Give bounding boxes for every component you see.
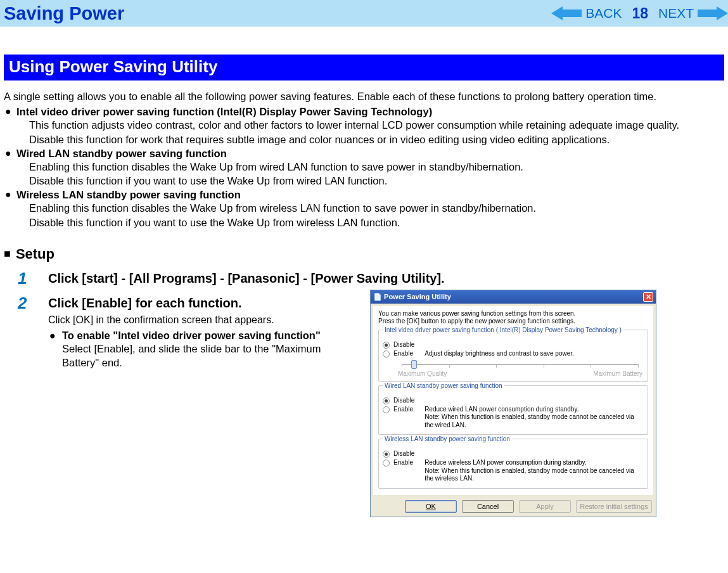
back-button[interactable]: BACK [582, 6, 625, 21]
step-2: 2 Click [Enable] for each function. Clic… [4, 293, 359, 370]
setup-heading-text: Setup [16, 246, 54, 262]
next-arrow-icon[interactable] [698, 6, 728, 20]
step-bullet-description: Select [Enable], and slide the slide bar… [62, 342, 359, 370]
bullet-heading: Wired LAN standby power saving function [16, 148, 227, 159]
bullet-item: ● Intel video driver power saving functi… [4, 106, 724, 118]
slider-thumb-icon[interactable] [411, 360, 417, 369]
page-title: Saving Power [4, 3, 124, 24]
svg-marker-1 [698, 6, 728, 20]
bullet-description: Disable this function for work that requ… [4, 132, 724, 146]
bullet-item: ● Wireless LAN standby power saving func… [4, 189, 724, 201]
radio-disable[interactable]: Disable [383, 397, 644, 404]
radio-icon [383, 406, 390, 413]
radio-label: Disable [393, 397, 414, 404]
slider-label-right: Maximum Battery [593, 370, 642, 377]
step-number: 2 [4, 293, 48, 370]
restore-button[interactable]: Restore initial settings [576, 500, 652, 513]
bullet-description: Disable this function if you want to use… [4, 216, 724, 229]
radio-description: Reduce wired LAN power consumption durin… [425, 406, 644, 414]
brightness-slider[interactable] [402, 360, 639, 369]
radio-enable[interactable]: Enable Reduce wireless LAN power consump… [383, 459, 644, 483]
bullet-description: Enabling this function disables the Wake… [4, 201, 724, 215]
radio-enable[interactable]: Enable Reduce wired LAN power consumptio… [383, 406, 644, 430]
dialog-button-bar: OK Cancel Apply Restore initial settings [371, 498, 656, 517]
dialog-group-intel-video: Intel video driver power saving function… [378, 330, 648, 382]
radio-enable[interactable]: Enable Adjust display brightness and con… [383, 350, 644, 357]
radio-icon [383, 342, 390, 349]
radio-label: Enable [393, 459, 413, 466]
radio-icon [383, 351, 390, 357]
bullet-heading: Wireless LAN standby power saving functi… [16, 189, 241, 200]
section-heading: Using Power Saving Utility [4, 55, 724, 80]
dialog-intro-line: You can make various power saving functi… [378, 310, 648, 318]
radio-description: Adjust display brightness and contrast t… [425, 350, 574, 357]
bullet-description: Disable this function if you want to use… [4, 174, 724, 188]
radio-note: Note: When this function is enabled, sta… [425, 467, 644, 483]
radio-label: Disable [393, 341, 414, 348]
dialog-title-text: 📄 Power Saving Utility [373, 293, 451, 301]
bullet-description: This function adjusts video contrast, co… [4, 118, 724, 132]
brightness-slider-area: Maximum Quality Maximum Battery [397, 360, 644, 377]
group-title: Wireless LAN standby power saving functi… [383, 435, 512, 442]
dialog-group-wireless-lan: Wireless LAN standby power saving functi… [378, 439, 648, 489]
bullet-description: Enabling this function disables the Wake… [4, 160, 724, 174]
step-subtext: Click [OK] in the confirmation screen th… [48, 314, 359, 326]
dialog-body: You can make various power saving functi… [373, 306, 653, 495]
step-1: 1 Click [start] - [All Programs] - [Pana… [4, 269, 724, 290]
group-title: Intel video driver power saving function… [383, 326, 623, 333]
intro-paragraph: A single setting allows you to enable al… [4, 89, 724, 103]
bullet-icon: ● [48, 330, 62, 370]
dialog-intro: You can make various power saving functi… [378, 310, 648, 326]
radio-note: Note: When this function is enabled, sta… [425, 413, 644, 429]
apply-button[interactable]: Apply [519, 500, 571, 513]
step-bullet: ● To enable "Intel video driver power sa… [48, 330, 359, 370]
next-button[interactable]: NEXT [655, 6, 698, 21]
power-saving-utility-dialog: 📄 Power Saving Utility ✕ You can make va… [370, 290, 656, 517]
ok-button[interactable]: OK [405, 500, 457, 513]
close-icon[interactable]: ✕ [643, 292, 653, 302]
bullet-icon: ● [4, 106, 16, 118]
step-title: Click [start] - [All Programs] - [Panaso… [48, 271, 724, 286]
radio-label: Enable [393, 406, 413, 413]
step-bullet-heading: To enable "Intel video driver power savi… [62, 330, 359, 342]
radio-icon [383, 451, 390, 458]
back-arrow-icon[interactable] [551, 6, 582, 20]
radio-label: Disable [393, 450, 414, 457]
bullet-icon: ● [4, 148, 16, 160]
step-number: 1 [4, 269, 48, 290]
cancel-button[interactable]: Cancel [462, 500, 514, 513]
step-title: Click [Enable] for each function. [48, 296, 359, 311]
page-header: Saving Power BACK 18 NEXT [0, 0, 728, 27]
page-nav: BACK 18 NEXT [551, 0, 728, 27]
group-title: Wired LAN standby power saving function [383, 382, 504, 389]
setup-heading: ■Setup [4, 246, 724, 262]
radio-description: Reduce wireless LAN power consumption du… [425, 459, 644, 467]
bullet-item: ● Wired LAN standby power saving functio… [4, 148, 724, 160]
radio-label: Enable [393, 350, 413, 357]
square-icon: ■ [4, 247, 11, 260]
radio-disable[interactable]: Disable [383, 341, 644, 349]
page-content: Using Power Saving Utility A single sett… [0, 27, 728, 517]
radio-icon [383, 397, 390, 404]
bullet-icon: ● [4, 189, 16, 201]
dialog-titlebar: 📄 Power Saving Utility ✕ [371, 290, 656, 304]
svg-marker-0 [551, 6, 582, 20]
dialog-intro-line: Press the [OK] button to apply the new p… [378, 318, 648, 326]
bullet-heading: Intel video driver power saving function… [16, 106, 432, 117]
radio-icon [383, 460, 390, 467]
dialog-group-wired-lan: Wired LAN standby power saving function … [378, 385, 648, 435]
radio-disable[interactable]: Disable [383, 450, 644, 458]
page-number: 18 [625, 5, 655, 22]
slider-label-left: Maximum Quality [398, 370, 447, 377]
